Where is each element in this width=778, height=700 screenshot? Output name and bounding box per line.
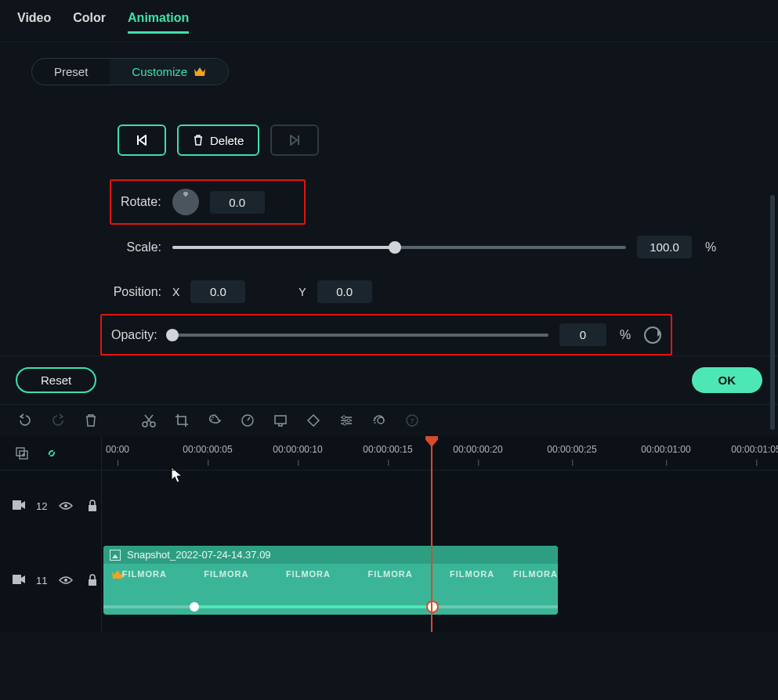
scale-unit: %: [703, 240, 718, 254]
svg-rect-20: [89, 579, 96, 586]
ruler-mark: 00:00:00:20: [453, 444, 502, 455]
opacity-slider[interactable]: [168, 334, 548, 337]
opacity-label: Opacity:: [111, 328, 157, 342]
svg-point-8: [347, 419, 350, 422]
pos-y-input[interactable]: 0.0: [317, 280, 372, 303]
track11-visibility-button[interactable]: [58, 572, 74, 588]
link-button[interactable]: [44, 446, 60, 461]
ruler-mark: 00:00:01:05: [731, 444, 778, 455]
keyframe-nav: Delete: [118, 124, 762, 156]
opacity-reset-button[interactable]: [644, 327, 661, 344]
svg-rect-15: [13, 500, 21, 510]
subtab-toggle: Preset Customize: [31, 58, 229, 85]
greenscreen-button[interactable]: [273, 413, 288, 428]
svg-point-7: [342, 416, 346, 419]
trash-icon: [193, 134, 204, 146]
rotate-knob[interactable]: [172, 189, 199, 215]
footer-bar: Reset OK: [0, 355, 778, 404]
ruler-mark: 00:00: [106, 444, 129, 455]
ruler-mark: 00:00:00:25: [547, 444, 596, 455]
keyframe-dot[interactable]: [190, 602, 199, 612]
tab-color[interactable]: Color: [73, 11, 106, 34]
subtab-wrap: Preset Customize: [0, 42, 778, 93]
opacity-unit: %: [617, 328, 633, 342]
image-icon: [110, 550, 121, 561]
tab-video[interactable]: Video: [17, 11, 51, 34]
ruler-mark: 00:00:00:10: [273, 444, 322, 455]
position-label: Position:: [100, 285, 161, 299]
track11-lock-button[interactable]: [85, 572, 100, 588]
ok-button[interactable]: OK: [692, 367, 763, 393]
top-tabs: Video Color Animation: [0, 0, 778, 42]
scale-slider-thumb[interactable]: [389, 241, 401, 254]
rotate-input[interactable]: 0.0: [210, 191, 265, 214]
redo-button: [50, 413, 66, 428]
tab-animation[interactable]: Animation: [128, 11, 189, 34]
crown-icon: [194, 67, 206, 78]
pos-x-input[interactable]: 0.0: [190, 280, 245, 303]
text-button: T: [404, 413, 420, 428]
rotate-row: Rotate: 0.0: [110, 179, 306, 225]
subtab-customize-label: Customize: [132, 65, 187, 78]
split-button[interactable]: [141, 413, 157, 428]
prev-keyframe-button[interactable]: [118, 124, 166, 156]
svg-rect-18: [13, 575, 21, 584]
timeline-clip[interactable]: Snapshot_2022-07-24-14.37.09 FILMORA FIL…: [103, 546, 558, 615]
subtab-preset[interactable]: Preset: [32, 59, 110, 85]
track12-lock-button[interactable]: [85, 498, 100, 514]
delete-keyframe-button[interactable]: Delete: [177, 124, 259, 156]
motion-button[interactable]: [371, 413, 387, 428]
pos-y-label: Y: [299, 286, 306, 298]
scale-label: Scale:: [114, 240, 161, 254]
svg-rect-6: [275, 416, 286, 424]
track-lane-11[interactable]: Snapshot_2022-07-24-14.37.09 FILMORA FIL…: [102, 541, 778, 619]
adjust-button[interactable]: [338, 413, 354, 428]
track11-label: 11: [36, 575, 47, 586]
add-track-button[interactable]: [14, 446, 30, 461]
svg-point-16: [64, 504, 67, 507]
mask-button[interactable]: [306, 413, 321, 428]
opacity-input[interactable]: 0: [559, 323, 606, 346]
opacity-slider-thumb[interactable]: [166, 329, 179, 341]
track-head-12: 12: [0, 471, 101, 541]
rotate-label: Rotate:: [121, 195, 161, 209]
track12-visibility-button[interactable]: [58, 498, 74, 514]
track-lane-12[interactable]: [102, 471, 778, 541]
speed-button[interactable]: [240, 413, 255, 428]
playhead[interactable]: [431, 436, 432, 632]
opacity-row: Opacity: 0 %: [100, 314, 672, 355]
track-head-11: 11: [0, 541, 101, 619]
scale-row: Scale: 100.0 %: [102, 225, 731, 269]
svg-point-4: [215, 416, 217, 417]
svg-point-3: [212, 417, 214, 418]
panel-scrollbar[interactable]: [770, 195, 775, 430]
timeline-ruler[interactable]: 00:00 00:00:00:05 00:00:00:10 00:00:00:1…: [102, 436, 778, 471]
reset-button[interactable]: Reset: [16, 367, 96, 393]
ruler-mark: 00:00:01:00: [641, 444, 690, 455]
ruler-mark: 00:00:00:05: [183, 444, 232, 455]
next-keyframe-button: [270, 124, 319, 156]
svg-point-2: [211, 419, 212, 420]
video-track-icon: [13, 500, 25, 512]
undo-button[interactable]: [17, 413, 33, 428]
scale-slider[interactable]: [172, 246, 626, 249]
svg-text:T: T: [410, 417, 415, 425]
crop-button[interactable]: [174, 413, 190, 428]
animation-panel: Delete Rotate: 0.0 Scale: 100.0 % Positi…: [0, 93, 778, 355]
clip-name: Snapshot_2022-07-24-14.37.09: [127, 549, 271, 561]
subtab-customize[interactable]: Customize: [110, 59, 228, 85]
video-track-icon: [13, 575, 25, 586]
timeline-left-gutter: 12 11: [0, 436, 102, 632]
position-row: Position: X 0.0 Y 0.0: [88, 269, 731, 314]
delete-button[interactable]: [83, 413, 99, 428]
timeline-tracks[interactable]: 00:00 00:00:00:05 00:00:00:10 00:00:00:1…: [102, 436, 778, 632]
svg-rect-17: [89, 505, 96, 511]
track12-label: 12: [36, 500, 47, 512]
timeline: 12 11 00:00 00:00:00:05 00:00:00:10 00:0…: [0, 436, 778, 632]
color-button[interactable]: [207, 413, 223, 428]
clip-watermark: FILMORA FILMORA FILMORA FILMORA FILMORA …: [103, 569, 558, 579]
keyframe-dot-selected[interactable]: [426, 601, 439, 613]
clip-keyframe-active: [194, 605, 432, 608]
scale-input[interactable]: 100.0: [637, 236, 692, 258]
delete-label: Delete: [210, 134, 244, 147]
